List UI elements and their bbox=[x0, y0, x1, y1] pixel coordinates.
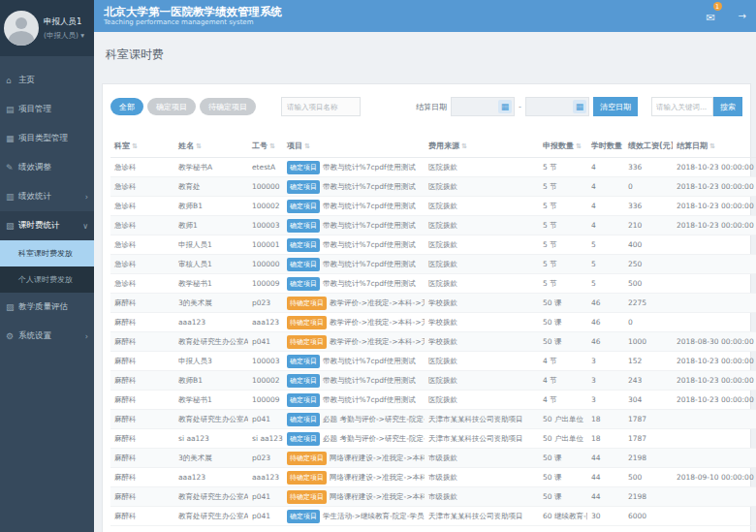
calendar-icon[interactable]: ▦ bbox=[573, 100, 586, 113]
column-header[interactable]: 姓名⇅ bbox=[174, 136, 248, 158]
table-row[interactable]: 麻醉科aaa123aaa123待确定项目教学评价->准我定->本科->无接受人学… bbox=[110, 313, 756, 332]
cell-hours: 44 bbox=[587, 449, 624, 468]
column-header[interactable]: 结算日期⇅ bbox=[673, 136, 756, 158]
table-row[interactable]: 麻醉科教育处研究生办公室Ap041确定项目必题 考勤与评价->研究生-院定-教师… bbox=[110, 410, 756, 429]
cell-hours: 3 bbox=[587, 391, 624, 410]
cell-salary: 210 bbox=[624, 216, 673, 235]
cell-qty: 60 继续教育-院定-学员 bbox=[539, 507, 587, 526]
cell-qty: 50 课 bbox=[539, 313, 587, 332]
cell-project: 确定项目带教与统计%7cpdf使用测试 bbox=[283, 216, 425, 235]
column-header[interactable]: 申报数量⇅ bbox=[539, 136, 587, 158]
cell-dept: 急诊科 bbox=[110, 158, 174, 177]
sidebar-item-perf-adjust[interactable]: ✎绩效调整 bbox=[0, 153, 94, 182]
sidebar-item-label: 项目管理 bbox=[18, 104, 51, 115]
clear-date-button[interactable]: 清空日期 bbox=[593, 97, 638, 116]
filter-pill-2[interactable]: 待确定项目 bbox=[200, 98, 256, 115]
cell-dept: 麻醉科 bbox=[110, 294, 174, 313]
status-badge: 确定项目 bbox=[287, 277, 320, 291]
sidebar-item-project-type-mgmt[interactable]: ▦项目类型管理 bbox=[0, 124, 94, 153]
table-row[interactable]: 急诊科教学秘书AetestA确定项目带教与统计%7cpdf使用测试医院拨款5 节… bbox=[110, 158, 756, 177]
cell-dept: 急诊科 bbox=[110, 177, 174, 197]
table-row[interactable]: 麻醉科教学秘书1100009确定项目带教与统计%7cpdf使用测试医院拨款4 节… bbox=[110, 391, 756, 410]
column-header[interactable]: 工号⇅ bbox=[248, 136, 283, 158]
sidebar-item-fee-stats[interactable]: ▧课时费统计∨ bbox=[0, 211, 94, 240]
sidebar-item-label: 系统设置 bbox=[18, 330, 51, 342]
column-header[interactable]: 绩效工资(元)⇅ bbox=[624, 136, 673, 158]
column-header-label: 申报数量 bbox=[543, 141, 574, 150]
table-row[interactable]: 急诊科审核人员1100000确定项目带教与统计%7cpdf使用测试医院拨款5 节… bbox=[110, 255, 756, 274]
messages-button[interactable]: ✉ 1 bbox=[706, 7, 714, 25]
table-row[interactable]: 急诊科教育处100000确定项目带教与统计%7cpdf使用测试医院拨款5 节40… bbox=[110, 177, 756, 197]
cell-id: 100002 bbox=[248, 197, 283, 216]
cell-dept: 麻醉科 bbox=[110, 371, 174, 391]
sidebar-item-project-mgmt[interactable]: ▤项目管理 bbox=[0, 95, 94, 124]
table-row[interactable]: 麻醉科教育处研究生办公室Ap041确定项目学生活动->继续教育-院定-学员天津市… bbox=[110, 507, 756, 526]
column-header[interactable]: 学时数量⇅ bbox=[587, 136, 624, 158]
cell-qty: 4 节 bbox=[539, 391, 587, 410]
content-panel: 全部确定项目待确定项目 结算日期 ▦ - ▦ 清空日期 搜索 bbox=[102, 83, 751, 532]
filter-pill-1[interactable]: 确定项目 bbox=[147, 98, 196, 115]
column-header-label: 学时数量 bbox=[591, 141, 622, 150]
table-row[interactable]: 急诊科教师1100003确定项目带教与统计%7cpdf使用测试医院拨款5 节42… bbox=[110, 216, 756, 235]
table-row[interactable]: 麻醉科教师B1100002确定项目带教与统计%7cpdf使用测试医院拨款4 节3… bbox=[110, 371, 756, 391]
column-header[interactable]: 科室⇅ bbox=[110, 136, 174, 158]
cell-salary: 0 bbox=[624, 313, 673, 332]
cell-source: 学校拨款 bbox=[425, 332, 539, 352]
sidebar-item-perf-stats[interactable]: ▥绩效统计› bbox=[0, 182, 94, 211]
project-label: 带教与统计%7cpdf使用测试 bbox=[323, 182, 416, 191]
chevron-down-icon: ▾ bbox=[80, 31, 84, 40]
date-end-input[interactable]: ▦ bbox=[525, 97, 589, 116]
sidebar-item-quality-eval[interactable]: ▨教学质量评估 bbox=[0, 293, 94, 322]
table-row[interactable]: 麻醉科教育处研究生办公室Ap041待确定项目教学评价->准我定->本科->无接受… bbox=[110, 332, 756, 352]
cell-qty: 5 节 bbox=[539, 197, 587, 216]
logout-button[interactable]: → bbox=[739, 11, 746, 21]
project-label: 带教与统计%7cpdf使用测试 bbox=[323, 376, 416, 385]
date-start-input[interactable]: ▦ bbox=[451, 97, 515, 116]
avatar-body bbox=[9, 31, 34, 46]
submenu-item-personal-fee[interactable]: 个人课时费发放 bbox=[0, 266, 94, 293]
submenu-item-dept-fee[interactable]: 科室课时费发放 bbox=[0, 240, 94, 266]
table-icon: ▧ bbox=[6, 221, 18, 231]
cell-name: si aa123 bbox=[174, 429, 248, 449]
column-header[interactable]: 项目⇅ bbox=[283, 136, 425, 158]
table-row[interactable]: 麻醉科si aa123si aa123确定项目必题 考勤与评价->研究生-院定-… bbox=[110, 429, 756, 449]
date-filter: 结算日期 ▦ - ▦ 清空日期 bbox=[416, 97, 638, 116]
cell-project: 确定项目必题 考勤与评价->研究生-院定-教师 bbox=[283, 429, 425, 449]
table-row[interactable]: 急诊科教学秘书1100009确定项目带教与统计%7cpdf使用测试医院拨款5 节… bbox=[110, 274, 756, 294]
filter-pills: 全部确定项目待确定项目 bbox=[110, 98, 256, 115]
cell-date bbox=[673, 235, 756, 255]
table-row[interactable]: 急诊科教师B1100002确定项目带教与统计%7cpdf使用测试医院拨款5 节4… bbox=[110, 197, 756, 216]
cell-dept: 急诊科 bbox=[110, 235, 174, 255]
sidebar-item-label: 绩效调整 bbox=[18, 162, 51, 173]
filter-pill-0[interactable]: 全部 bbox=[110, 98, 143, 115]
cell-date bbox=[673, 487, 756, 507]
table-row[interactable]: 急诊科申报人员1100001确定项目带教与统计%7cpdf使用测试医院拨款5 节… bbox=[110, 235, 756, 255]
cell-salary: 336 bbox=[624, 158, 673, 177]
search-button[interactable]: 搜索 bbox=[713, 97, 742, 116]
sidebar-item-home[interactable]: ⌂主页 bbox=[0, 66, 94, 95]
table-row[interactable]: 麻醉科3的美术展p023待确定项目网络课程建设->准我定->本科->学员市级拨款… bbox=[110, 449, 756, 468]
sort-icon: ⇅ bbox=[132, 142, 138, 150]
project-label: 带教与统计%7cpdf使用测试 bbox=[323, 357, 416, 365]
project-name-input[interactable] bbox=[281, 97, 361, 116]
sidebar-item-label: 项目类型管理 bbox=[18, 133, 68, 144]
project-label: 带教与统计%7cpdf使用测试 bbox=[323, 240, 416, 249]
keyword-input[interactable] bbox=[651, 97, 713, 116]
cell-source: 医院拨款 bbox=[425, 216, 539, 235]
user-role-dropdown[interactable]: (申报人员) ▾ bbox=[44, 31, 84, 41]
date-filter-label: 结算日期 bbox=[416, 102, 447, 112]
cell-hours: 5 bbox=[587, 274, 624, 294]
submenu: 科室课时费发放个人课时费发放 bbox=[0, 240, 94, 293]
cell-project: 待确定项目网络课程建设->准我定->本科->学员 bbox=[283, 468, 425, 487]
calendar-icon[interactable]: ▦ bbox=[498, 100, 512, 113]
brand: 北京大学第一医院教学绩效管理系统 Teaching performance ma… bbox=[104, 6, 282, 27]
sidebar-item-system-settings[interactable]: ⚙系统设置› bbox=[0, 322, 94, 351]
table-row[interactable]: 麻醉科3的美术展p023待确定项目教学评价->准我定->本科->无接受人学校拨款… bbox=[110, 294, 756, 313]
table-row[interactable]: 麻醉科教育处研究生办公室Ap041待确定项目网络课程建设->准我定->本科->学… bbox=[110, 487, 756, 507]
table-row[interactable]: 麻醉科aaa123aaa123待确定项目网络课程建设->准我定->本科->学员市… bbox=[110, 468, 756, 487]
cell-id: etestA bbox=[248, 158, 283, 177]
app-title: 北京大学第一医院教学绩效管理系统 bbox=[104, 6, 282, 18]
table-row[interactable]: 麻醉科申报人员3100003确定项目带教与统计%7cpdf使用测试医院拨款4 节… bbox=[110, 352, 756, 371]
cell-qty: 50 课 bbox=[539, 449, 587, 468]
column-header[interactable]: 费用来源⇅ bbox=[425, 136, 539, 158]
